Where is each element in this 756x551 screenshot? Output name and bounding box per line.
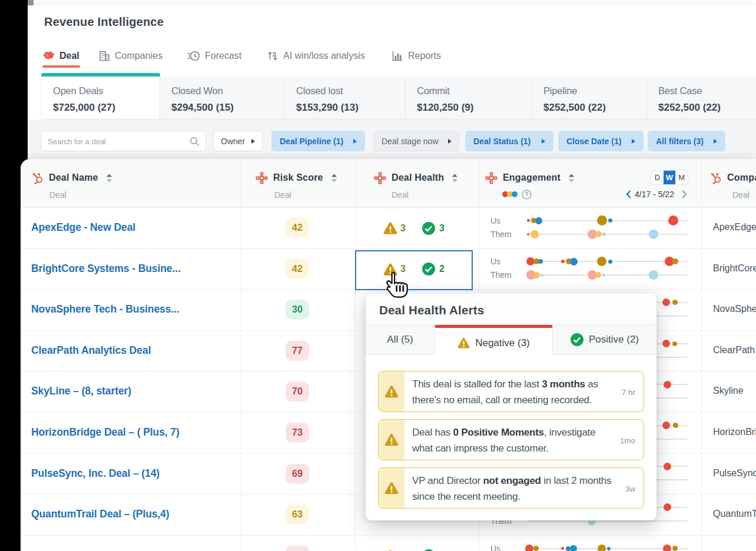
svg-text:?: ? xyxy=(525,191,528,198)
